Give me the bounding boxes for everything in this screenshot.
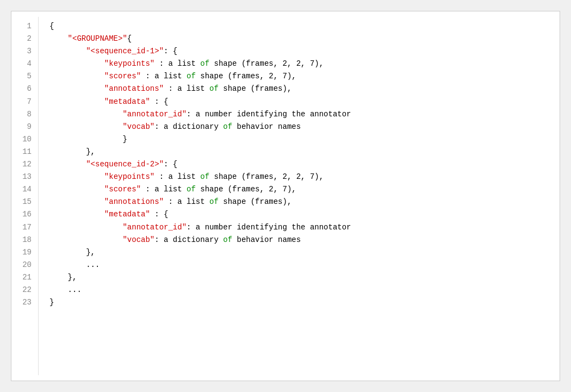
code-token xyxy=(49,160,86,169)
code-line: "metadata" : { xyxy=(49,208,549,221)
code-token: "<GROUPNAME>" xyxy=(68,34,127,43)
code-token: of xyxy=(223,235,232,244)
code-token: : { xyxy=(164,160,177,169)
code-line: }, xyxy=(49,246,549,259)
code-block: 1234567891011121314151617181920212223 { … xyxy=(11,11,560,381)
code-token xyxy=(49,97,104,106)
code-token xyxy=(49,185,104,194)
code-token: shape (frames, 2, 2, 7), xyxy=(209,172,324,181)
code-token: "annotations" xyxy=(104,84,164,93)
code-token: : a list xyxy=(154,59,200,68)
line-number: 3 xyxy=(20,45,32,58)
line-number: 9 xyxy=(20,121,32,133)
code-token xyxy=(49,172,104,181)
code-line: "scores" : a list of shape (frames, 2, 7… xyxy=(49,70,549,83)
code-token: : { xyxy=(150,97,169,106)
code-line: "annotations" : a list of shape (frames)… xyxy=(49,83,549,95)
code-token: : a dictionary xyxy=(154,235,223,244)
code-token xyxy=(49,59,104,68)
code-line: "annotator_id": a number identifying the… xyxy=(49,108,549,121)
code-token xyxy=(49,110,122,119)
code-token: "vocab" xyxy=(122,122,154,131)
code-token xyxy=(49,197,104,206)
code-token: { xyxy=(127,34,132,43)
line-number: 12 xyxy=(20,158,32,171)
line-number: 13 xyxy=(20,171,32,183)
code-token xyxy=(49,235,122,244)
code-token: "<sequence_id-2>" xyxy=(86,160,164,169)
code-content: { "<GROUPNAME>"{ "<sequence_id-1>": { "k… xyxy=(39,17,560,375)
line-number: 21 xyxy=(20,271,32,284)
code-token: : a list xyxy=(164,197,209,206)
code-token xyxy=(49,223,122,232)
line-number: 23 xyxy=(20,296,32,309)
code-token: "<sequence_id-1>" xyxy=(86,47,164,55)
code-token xyxy=(49,72,104,80)
line-number: 20 xyxy=(20,259,32,271)
line-number: 5 xyxy=(20,70,32,83)
code-token: behavior names xyxy=(232,235,301,244)
code-token: : a number identifying the annotator xyxy=(187,223,351,232)
line-number: 7 xyxy=(20,96,32,108)
code-token: "scores" xyxy=(104,72,141,80)
code-token: of xyxy=(209,197,219,206)
code-line: "keypoints" : a list of shape (frames, 2… xyxy=(49,171,549,183)
line-number: 17 xyxy=(20,221,32,234)
code-token: "keypoints" xyxy=(104,172,154,181)
code-line: "keypoints" : a list of shape (frames, 2… xyxy=(49,58,549,70)
line-number: 16 xyxy=(20,208,32,221)
code-token: }, xyxy=(49,147,95,156)
line-number: 15 xyxy=(20,196,32,208)
code-line: "<GROUPNAME>"{ xyxy=(49,33,549,45)
line-number: 10 xyxy=(20,133,32,146)
code-token: "metadata" xyxy=(104,97,150,106)
code-token: shape (frames), xyxy=(219,84,291,93)
line-number: 1 xyxy=(20,20,32,33)
code-line: ... xyxy=(49,259,549,271)
code-token: "annotations" xyxy=(104,197,164,206)
code-token: "annotator_id" xyxy=(122,223,187,232)
code-token: shape (frames, 2, 7), xyxy=(196,72,296,80)
code-token: "vocab" xyxy=(122,235,154,244)
code-line: } xyxy=(49,133,549,146)
code-token: }, xyxy=(49,273,77,282)
code-token: "keypoints" xyxy=(104,59,154,68)
code-token: : a list xyxy=(164,84,209,93)
code-token: of xyxy=(187,185,196,194)
code-line: } xyxy=(49,296,549,309)
code-line: }, xyxy=(49,271,549,284)
code-token: shape (frames, 2, 7), xyxy=(196,185,296,194)
code-token: ... xyxy=(49,285,82,294)
code-token: } xyxy=(49,298,54,307)
code-token: { xyxy=(49,22,54,30)
code-token: of xyxy=(200,59,209,68)
code-line: "vocab": a dictionary of behavior names xyxy=(49,121,549,133)
code-token: } xyxy=(49,135,127,144)
code-line: ... xyxy=(49,284,549,296)
line-number: 19 xyxy=(20,246,32,259)
code-token xyxy=(49,210,104,219)
code-token: : a dictionary xyxy=(154,122,223,131)
line-number: 8 xyxy=(20,108,32,121)
code-token: of xyxy=(223,122,232,131)
line-number: 18 xyxy=(20,234,32,246)
code-token: of xyxy=(187,72,196,80)
code-token xyxy=(49,84,104,93)
code-token: }, xyxy=(49,248,95,257)
line-number: 4 xyxy=(20,58,32,70)
code-line: "vocab": a dictionary of behavior names xyxy=(49,234,549,246)
code-line: "<sequence_id-1>": { xyxy=(49,45,549,58)
line-number: 6 xyxy=(20,83,32,95)
code-token: : { xyxy=(164,47,177,55)
code-token: "annotator_id" xyxy=(122,110,187,119)
line-number: 11 xyxy=(20,146,32,158)
code-token: of xyxy=(200,172,209,181)
code-line: "annotations" : a list of shape (frames)… xyxy=(49,196,549,208)
code-token: "metadata" xyxy=(104,210,150,219)
code-line: "annotator_id": a number identifying the… xyxy=(49,221,549,234)
code-line: }, xyxy=(49,146,549,158)
line-number: 22 xyxy=(20,284,32,296)
code-token xyxy=(49,122,122,131)
code-token xyxy=(49,47,86,55)
code-line: "scores" : a list of shape (frames, 2, 7… xyxy=(49,183,549,196)
